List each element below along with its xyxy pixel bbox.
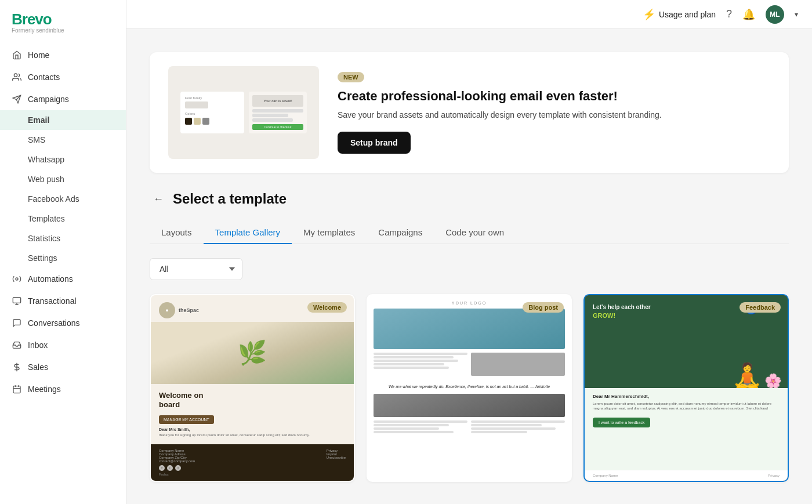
sidebar-item-templates[interactable]: Templates <box>0 209 126 229</box>
chevron-down-icon[interactable]: ▾ <box>795 10 798 19</box>
welcome-text: thank you for signing up lorem ipsum dol… <box>159 433 346 437</box>
meetings-icon <box>12 384 22 394</box>
transactional-icon <box>12 296 22 306</box>
whatsapp-label: Whatsapp <box>28 155 64 164</box>
sidebar-item-transactional[interactable]: Transactional <box>0 290 126 312</box>
welcome-preview: ● theSpac 🌿 Welcome onboard MANAGE MY AC… <box>151 295 354 481</box>
help-icon[interactable]: ? <box>726 8 732 20</box>
blog-quote: We are what we repeatedly do. Excellence… <box>374 382 565 391</box>
home-label: Home <box>28 50 49 60</box>
sidebar-item-automations[interactable]: Automations <box>0 268 126 290</box>
tab-code-your-own[interactable]: Code your own <box>434 222 516 244</box>
svg-point-0 <box>14 74 17 77</box>
sidebar-navigation: Home Contacts Campaigns Email SMS Whatsa… <box>0 39 126 405</box>
feedback-privacy: Privacy <box>768 474 780 477</box>
template-card-blog[interactable]: Blog post YOUR LOGO <box>367 294 572 482</box>
logo-formerly: Formerly sendinblue <box>12 27 114 34</box>
welcome-footer: Company NameCompany AdressCompany Zip/Ci… <box>151 444 354 481</box>
tab-gallery[interactable]: Template Gallery <box>204 222 292 244</box>
manage-btn: MANAGE MY ACCOUNT <box>159 415 214 424</box>
feedback-body: Dear Mr Hammerschmidt, Lorem ipsum dolor… <box>585 388 788 470</box>
feedback-footer-row: Company Name Privacy <box>593 474 780 477</box>
logo-text: Brevo <box>12 10 114 28</box>
promo-preview-image: Font family Colors Your cart is saved! C… <box>168 66 319 159</box>
sidebar-item-settings[interactable]: Settings <box>0 248 126 268</box>
logo: Brevo Formerly sendinblue <box>0 0 126 39</box>
welcome-title: Welcome onboard <box>159 391 346 409</box>
svg-rect-6 <box>13 386 20 393</box>
svg-point-3 <box>16 278 18 280</box>
sidebar-item-home[interactable]: Home <box>0 44 126 66</box>
feedback-illustration: 🧘 🌸 <box>732 364 782 388</box>
setup-brand-button[interactable]: Setup brand <box>338 132 411 154</box>
sidebar-item-sales[interactable]: Sales <box>0 356 126 378</box>
template-tabs: Layouts Template Gallery My templates Ca… <box>150 222 789 244</box>
blog-bottom-left <box>374 420 467 434</box>
facebook-social-icon: f <box>159 465 165 471</box>
feedback-dear: Dear Mr Hammerschmidt, <box>593 394 780 399</box>
svg-rect-4 <box>13 298 20 303</box>
promo-badge: NEW <box>338 72 364 82</box>
promo-title: Create professional-looking email even f… <box>338 88 770 105</box>
lightning-icon: ⚡ <box>643 8 655 21</box>
promo-banner: Font family Colors Your cart is saved! C… <box>150 52 789 173</box>
promo-content: NEW Create professional-looking email ev… <box>338 71 770 154</box>
blog-mockup: YOUR LOGO We ar <box>368 295 571 481</box>
section-header: ← Select a template <box>150 190 789 208</box>
sidebar-item-conversations[interactable]: Conversations <box>0 312 126 334</box>
feedback-footer: Company Name Privacy <box>585 470 788 481</box>
sidebar-item-campaigns[interactable]: Campaigns <box>0 88 126 110</box>
campaigns-label: Campaigns <box>28 95 69 104</box>
inbox-label: Inbox <box>28 340 48 350</box>
blog-building-image <box>374 394 565 417</box>
sidebar-item-statistics[interactable]: Statistics <box>0 229 126 248</box>
blog-columns <box>374 353 565 378</box>
transactional-label: Transactional <box>28 296 77 306</box>
tab-campaigns[interactable]: Campaigns <box>367 222 434 244</box>
home-icon <box>12 50 22 60</box>
conversations-label: Conversations <box>28 318 80 328</box>
blog-bottom-right <box>471 420 565 434</box>
contacts-icon <box>12 72 22 82</box>
template-card-feedback[interactable]: Feedback Let's help each other GROW! 🧘 🌸… <box>583 294 789 482</box>
back-button[interactable]: ← <box>150 190 167 208</box>
sidebar-item-meetings[interactable]: Meetings <box>0 378 126 400</box>
templates-grid: Welcome ● theSpac 🌿 Welcome onboard MANA… <box>150 294 789 482</box>
campaigns-icon <box>12 94 22 104</box>
tab-my-templates[interactable]: My templates <box>292 222 367 244</box>
company-name: Company NameCompany AdressCompany Zip/Ci… <box>159 449 195 463</box>
meetings-label: Meetings <box>28 385 61 394</box>
template-card-welcome[interactable]: Welcome ● theSpac 🌿 Welcome onboard MANA… <box>150 294 355 482</box>
feedback-preview: Let's help each other GROW! 🧘 🌸 🔵 Dear M… <box>585 295 788 481</box>
sidebar-item-webpush[interactable]: Web push <box>0 169 126 189</box>
usage-plan-label: Usage and plan <box>659 10 716 19</box>
sidebar-item-inbox[interactable]: Inbox <box>0 334 126 356</box>
sidebar-item-email[interactable]: Email <box>0 110 126 130</box>
instagram-social-icon: i <box>167 465 173 471</box>
blog-bottom-cols <box>374 420 565 434</box>
webpush-label: Web push <box>28 175 64 184</box>
footer-links: PrivacyImprintUnsubscribe <box>327 449 346 463</box>
back-arrow-icon: ← <box>153 193 164 205</box>
sms-label: SMS <box>28 135 45 144</box>
email-label: Email <box>28 115 49 125</box>
sales-icon <box>12 362 22 372</box>
bell-icon[interactable]: 🔔 <box>742 8 755 21</box>
filter-row: All Welcome Newsletter Promotional Trans… <box>150 258 789 280</box>
category-filter[interactable]: All Welcome Newsletter Promotional Trans… <box>150 258 242 280</box>
welcome-logo: theSpac <box>179 307 199 313</box>
person-figure: 🧘 <box>732 364 762 388</box>
sidebar-item-sms[interactable]: SMS <box>0 130 126 150</box>
feedback-mockup: Let's help each other GROW! 🧘 🌸 🔵 Dear M… <box>585 295 788 481</box>
avatar[interactable]: ML <box>766 5 784 24</box>
section-title: Select a template <box>173 191 287 207</box>
inbox-icon <box>12 340 22 350</box>
flower-decoration: 🌸 <box>764 374 782 388</box>
sidebar-item-contacts[interactable]: Contacts <box>0 66 126 88</box>
welcome-dear: Dear Mrs Smith, <box>159 427 346 432</box>
sidebar-item-whatsapp[interactable]: Whatsapp <box>0 150 126 169</box>
welcome-badge: Welcome <box>307 302 347 313</box>
usage-plan-button[interactable]: ⚡ Usage and plan <box>643 8 716 21</box>
sidebar-item-facebook[interactable]: Facebook Ads <box>0 189 126 209</box>
tab-layouts[interactable]: Layouts <box>150 222 204 244</box>
